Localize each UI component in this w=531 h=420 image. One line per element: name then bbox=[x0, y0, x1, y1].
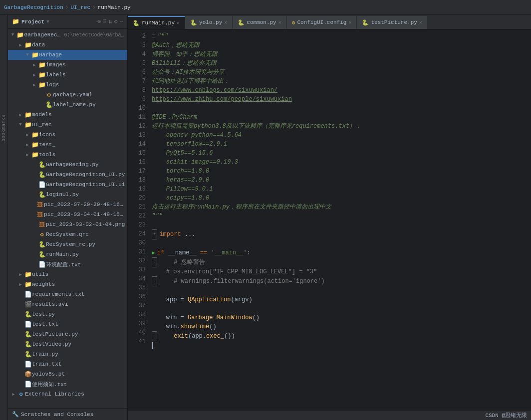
tree-utils[interactable]: ▶ 📁 utils bbox=[8, 269, 127, 279]
fold-40-icon[interactable]: - bbox=[152, 331, 157, 341]
tab-close-config[interactable]: ✕ bbox=[348, 19, 351, 25]
code-line-34: - # warnings.filterwarnings(action='igno… bbox=[152, 276, 531, 286]
tree-logs[interactable]: ▶ 📁 logs bbox=[8, 80, 127, 90]
bookmarks-strip: bookmarks bbox=[0, 15, 8, 420]
root-folder-icon: 📁 bbox=[16, 31, 24, 39]
collapse-icon[interactable]: ≡ bbox=[103, 18, 106, 25]
tab-testpicture[interactable]: 🐍 testPicture.py ✕ bbox=[357, 16, 427, 29]
tab-close-testpicture[interactable]: ✕ bbox=[419, 19, 422, 25]
tree-garbagerecognition-ui[interactable]: 📄 GarbageRecognition_UI.ui bbox=[8, 180, 127, 190]
tab-common[interactable]: 🐍 common.py ✕ bbox=[233, 16, 286, 29]
tree-pic2[interactable]: 🖼 pic_2023-03-04-01-49-15.png bbox=[8, 210, 127, 219]
csdn-credit: CSDN @思绪无限 bbox=[485, 412, 527, 419]
code-line-7: 代码地址见以下博客中给出： bbox=[152, 77, 531, 86]
tree-requirements[interactable]: 📄 requirements.txt bbox=[8, 289, 127, 299]
code-line-10 bbox=[152, 104, 531, 113]
project-header: 📁 Project ▼ ⊕ ≡ ⇅ ⚙ ─ bbox=[8, 15, 127, 29]
tree-garbage[interactable]: ▼ 📁 Garbage bbox=[8, 50, 127, 60]
tab-close-common[interactable]: ✕ bbox=[278, 19, 281, 25]
tab-label-common[interactable]: common.py bbox=[247, 19, 276, 25]
line-numbers: 2 3 4 5 6 7 8 9 10 11 12 13 14 15 16 17 … bbox=[128, 30, 150, 410]
tab-close-runmain[interactable]: ✕ bbox=[177, 20, 180, 26]
tab-label-runmain[interactable]: runMain.py bbox=[142, 20, 175, 26]
tab-icon-config: ⚙ bbox=[292, 19, 295, 26]
breadcrumb-item-1[interactable]: GarbageRecognition bbox=[4, 4, 63, 10]
tree-weights[interactable]: ▶ 📁 weights bbox=[8, 279, 127, 289]
tree-pic3[interactable]: 🖼 pic_2023-03-02-01-04.png bbox=[8, 219, 127, 229]
file-tree: ▼ 📁 GarbageRecognition G:\DetectCode\Gar… bbox=[8, 29, 127, 408]
code-line-16: scikit-image==0.19.3 bbox=[152, 158, 531, 167]
root-label[interactable]: GarbageRecognition bbox=[24, 32, 62, 38]
breadcrumb-item-3[interactable]: runMain.py bbox=[98, 4, 131, 10]
tree-icons[interactable]: ▶ 📁 icons bbox=[8, 130, 127, 140]
code-line-13: opencv-python==4.5.64 bbox=[152, 131, 531, 140]
tree-garbagerecognition-ui-py[interactable]: 🐍 GarbageRecognition_UI.py bbox=[8, 170, 127, 180]
tab-icon-runmain: 🐍 bbox=[133, 20, 140, 26]
tree-results[interactable]: 🎬 results.avi bbox=[8, 299, 127, 309]
code-line-6: 公众号：AI技术研究与分享 bbox=[152, 68, 531, 77]
breadcrumb-item-2[interactable]: UI_rec bbox=[70, 4, 90, 10]
tree-tools[interactable]: ▶ 📁 tools bbox=[8, 150, 127, 160]
tree-ui-rec[interactable]: ▼ 📁 UI_rec bbox=[8, 120, 127, 130]
tree-recsystem-rc[interactable]: 🐍 RecSystem_rc.py bbox=[8, 239, 127, 249]
minimize-icon[interactable]: ─ bbox=[120, 18, 123, 25]
fold-import-icon[interactable]: + bbox=[152, 229, 157, 239]
project-title[interactable]: Project bbox=[21, 19, 44, 25]
tab-runmain[interactable]: 🐍 runMain.py ✕ bbox=[128, 16, 185, 29]
tab-close-yolo[interactable]: ✕ bbox=[224, 19, 227, 25]
tab-config[interactable]: ⚙ ConfigUI.config ✕ bbox=[287, 16, 357, 29]
code-line-8: https://www.cnblogs.com/sixuwuxian/ bbox=[152, 86, 531, 95]
code-line-3: @Auth，思绪无限 bbox=[152, 41, 531, 50]
tree-models[interactable]: ▶ 📁 models bbox=[8, 110, 127, 120]
settings-icon[interactable]: ⚙ bbox=[114, 18, 118, 25]
tree-label-name[interactable]: 🐍 label_name.py bbox=[8, 100, 127, 110]
tree-images[interactable]: ▶ 📁 images bbox=[8, 60, 127, 70]
tree-test[interactable]: ▶ 📁 test_ bbox=[8, 140, 127, 150]
tree-pic1[interactable]: 🖼 pic_2022-07-20-20-48-16.png bbox=[8, 200, 127, 210]
project-panel: 📁 Project ▼ ⊕ ≡ ⇅ ⚙ ─ ▼ 📁 GarbageRecogni… bbox=[8, 15, 128, 420]
cursor bbox=[152, 342, 153, 349]
tab-label-config[interactable]: ConfigUI.config bbox=[297, 19, 346, 25]
tab-yolo[interactable]: 🐍 yolo.py ✕ bbox=[185, 16, 233, 29]
tree-recsystem-qrc[interactable]: ⚙ RecSystem.qrc bbox=[8, 229, 127, 239]
tree-runmain[interactable]: 🐍 runMain.py bbox=[8, 249, 127, 259]
code-line-36: app = QApplication (argv) bbox=[152, 295, 531, 304]
tree-test-txt[interactable]: 📄 test.txt bbox=[8, 319, 127, 329]
tree-test-py[interactable]: 🐍 test.py bbox=[8, 309, 127, 319]
root-path: G:\DetectCode\GarbageRecognition bbox=[64, 32, 125, 38]
tree-train-py[interactable]: 🐍 train.py bbox=[8, 349, 127, 359]
code-line-41 bbox=[152, 341, 531, 350]
run-button-31[interactable]: ▶ bbox=[152, 248, 155, 257]
tree-external-libs[interactable]: ▶ ⚙ External Libraries bbox=[8, 389, 127, 399]
tree-garbagerecing[interactable]: 🐍 GarbageRecing.py bbox=[8, 160, 127, 170]
tree-envconfig[interactable]: 📄 环境配置.txt bbox=[8, 259, 127, 269]
scratches-icon: 🔧 bbox=[12, 411, 19, 418]
tree-garbage-yaml[interactable]: ⚙ garbage.yaml bbox=[8, 90, 127, 100]
project-arrow[interactable]: ▼ bbox=[46, 19, 49, 24]
code-line-38: win = Garbage_MainWindow () bbox=[152, 313, 531, 322]
fold-34-icon[interactable]: - bbox=[152, 276, 157, 286]
scratches-label[interactable]: Scratches and Consoles bbox=[21, 412, 93, 418]
tree-yolov5s[interactable]: 📦 yolov5s.pt bbox=[8, 369, 127, 379]
code-line-24: + import ... bbox=[152, 229, 531, 239]
code-line-15: PyQt5==5.15.6 bbox=[152, 149, 531, 158]
panel-bottom[interactable]: 🔧 Scratches and Consoles bbox=[8, 408, 127, 420]
tree-testpicture[interactable]: 🐍 testPicture.py bbox=[8, 329, 127, 339]
tree-loginui[interactable]: 🐍 loginUI.py bbox=[8, 190, 127, 200]
root-arrow: ▼ bbox=[9, 32, 16, 37]
tree-train-txt[interactable]: 📄 train.txt bbox=[8, 359, 127, 369]
tree-root[interactable]: ▼ 📁 GarbageRecognition G:\DetectCode\Gar… bbox=[8, 30, 127, 40]
code-line-19: Pillow==9.0.1 bbox=[152, 185, 531, 194]
code-line-23 bbox=[152, 220, 531, 229]
tree-shiyongshu[interactable]: 📄 使用须知.txt bbox=[8, 379, 127, 389]
tree-testvideo[interactable]: 🐍 testVideo.py bbox=[8, 339, 127, 349]
code-content[interactable]: □ """ @Auth，思绪无限 博客园、知乎：思绪无限 Bilibili：思绪… bbox=[150, 30, 531, 410]
code-line-17: torch==1.8.0 bbox=[152, 167, 531, 176]
tree-data[interactable]: ▶ 📁 data bbox=[8, 40, 127, 50]
sort-icon[interactable]: ⇅ bbox=[108, 18, 112, 25]
tree-labels[interactable]: ▶ 📁 labels bbox=[8, 70, 127, 80]
tab-label-yolo[interactable]: yolo.py bbox=[199, 19, 222, 25]
locate-icon[interactable]: ⊕ bbox=[97, 18, 101, 25]
tab-label-testpicture[interactable]: testPicture.py bbox=[371, 19, 417, 25]
fold-32-icon[interactable]: - bbox=[152, 257, 157, 267]
